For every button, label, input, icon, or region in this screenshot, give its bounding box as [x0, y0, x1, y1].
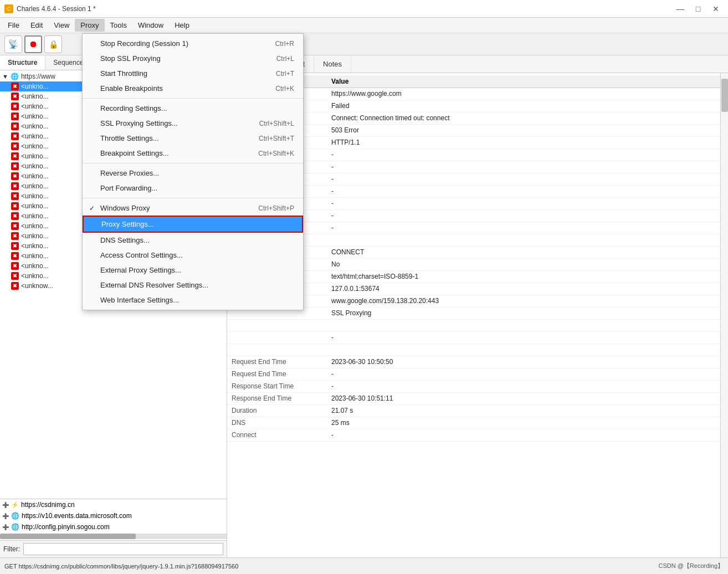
menu-edit[interactable]: Edit	[25, 19, 48, 32]
summary-row: Duration 21.07 s	[227, 405, 720, 417]
menu-stop-ssl[interactable]: Stop SSL Proxying Ctrl+L	[83, 51, 303, 66]
bottom-tree-item-1[interactable]: ➕ ⚡ https://csdnimg.cn	[0, 499, 227, 510]
menu-separator	[83, 163, 303, 163]
summary-val: 21.07 s	[331, 407, 716, 415]
menu-external-proxy[interactable]: External Proxy Settings...	[83, 263, 303, 278]
summary-row: -	[227, 332, 720, 344]
shortcut-label: Ctrl+L	[276, 55, 294, 63]
lock-button[interactable]: 🔒	[44, 35, 62, 53]
summary-val: -	[331, 199, 716, 208]
summary-key	[232, 334, 331, 342]
filter-bar: Filter:	[0, 540, 227, 557]
tab-structure[interactable]: Structure	[0, 55, 45, 70]
tree-item-label: <unkno...	[21, 242, 49, 250]
record-button[interactable]: ⏺	[24, 35, 42, 53]
summary-val: -	[331, 370, 716, 378]
globe-icon: 🌐	[11, 512, 19, 520]
summary-val: Connect: Connection timed out: connect	[331, 114, 716, 122]
tree-item-label: <unkno...	[21, 132, 49, 140]
title-bar-left: C Charles 4.6.4 - Session 1 *	[4, 4, 96, 13]
tree-item-label: <unkno...	[21, 212, 49, 220]
bottom-item-label: https://v10.events.data.microsoft.com	[22, 512, 132, 520]
tree-item-label: <unkno...	[21, 162, 49, 170]
shortcut-label: Ctrl+R	[275, 40, 294, 48]
menu-recording-settings[interactable]: Recording Settings...	[83, 101, 303, 116]
error-badge: ✖	[11, 252, 19, 260]
menu-ssl-proxying-settings[interactable]: SSL Proxying Settings... Ctrl+Shift+L	[83, 116, 303, 131]
tree-item-label: <unkno...	[21, 83, 49, 90]
summary-val: 503 Error	[331, 126, 716, 135]
summary-val	[331, 346, 716, 354]
menu-item-label: Proxy Settings...	[101, 220, 154, 228]
summary-key: Duration	[232, 407, 331, 415]
menu-windows-proxy[interactable]: ✓ Windows Proxy Ctrl+Shift+P	[83, 201, 303, 216]
menu-item-label: Start Throttling	[100, 69, 147, 78]
close-button[interactable]: ✕	[708, 3, 724, 15]
title-bar-controls: — □ ✕	[673, 3, 724, 15]
summary-val: -	[331, 151, 716, 159]
menu-window[interactable]: Window	[132, 19, 169, 32]
summary-key: Response Start Time	[232, 382, 331, 391]
tree-item-label: <unkno...	[21, 102, 49, 110]
menu-proxy-settings[interactable]: Proxy Settings...	[83, 216, 303, 233]
error-badge: ✖	[11, 182, 19, 190]
summary-key: Request End Time	[232, 370, 331, 378]
menu-separator	[83, 98, 303, 99]
antenna-button[interactable]: 📡	[4, 35, 22, 53]
error-badge: ✖	[11, 232, 19, 240]
maximize-button[interactable]: □	[690, 3, 706, 15]
summary-val: www.google.com/159.138.20.20:443	[331, 297, 716, 305]
window-title: Charles 4.6.4 - Session 1 *	[17, 5, 96, 13]
menu-separator	[83, 198, 303, 198]
summary-val: -	[331, 382, 716, 391]
summary-key	[232, 309, 331, 317]
menu-enable-breakpoints[interactable]: Enable Breakpoints Ctrl+K	[83, 81, 303, 96]
menu-reverse-proxies[interactable]: Reverse Proxies...	[83, 166, 303, 181]
scrollbar-thumb	[0, 534, 136, 539]
summary-row: Request End Time -	[227, 368, 720, 381]
horizontal-scrollbar[interactable]	[0, 534, 227, 539]
menu-web-interface[interactable]: Web Interface Settings...	[83, 293, 303, 308]
error-badge: ✖	[11, 142, 19, 150]
filter-input[interactable]	[23, 543, 223, 555]
error-badge: ✖	[11, 172, 19, 180]
menu-port-forwarding[interactable]: Port Forwarding...	[83, 181, 303, 196]
minimize-button[interactable]: —	[673, 3, 688, 15]
error-badge: ✖	[11, 262, 19, 270]
bottom-tree-item-2[interactable]: ➕ 🌐 https://v10.events.data.microsoft.co…	[0, 510, 227, 521]
menu-access-control[interactable]: Access Control Settings...	[83, 248, 303, 263]
bottom-tree-item-3[interactable]: ➕ 🌐 http://config.pinyin.sogou.com	[0, 521, 227, 532]
menu-item-label: External DNS Resolver Settings...	[100, 281, 208, 289]
filter-label: Filter:	[3, 545, 20, 553]
menu-view[interactable]: View	[48, 19, 75, 32]
error-badge: ✖	[11, 162, 19, 170]
shortcut-label: Ctrl+K	[275, 85, 294, 93]
app-icon: C	[4, 4, 13, 13]
summary-val: -	[331, 175, 716, 183]
error-badge: ✖	[11, 102, 19, 110]
menu-proxy[interactable]: Proxy	[75, 19, 104, 32]
error-badge: ✖	[11, 192, 19, 200]
menu-file[interactable]: File	[2, 19, 25, 32]
summary-val: -	[331, 212, 716, 220]
tree-item-label: <unkno...	[21, 222, 49, 230]
vertical-scrollbar[interactable]	[720, 73, 728, 557]
tree-item-label: <unkno...	[21, 232, 49, 240]
summary-key: Request End Time	[232, 358, 331, 366]
error-badge: ✖	[11, 222, 19, 230]
menu-breakpoint-settings[interactable]: Breakpoint Settings... Ctrl+Shift+K	[83, 146, 303, 161]
menu-tools[interactable]: Tools	[105, 19, 132, 32]
status-bar: GET https://csdnimg.cn/public/common/lib…	[0, 557, 728, 574]
menu-throttle-settings[interactable]: Throttle Settings... Ctrl+Shift+T	[83, 131, 303, 146]
menu-dns-settings[interactable]: DNS Settings...	[83, 233, 303, 248]
error-badge: ✖	[11, 282, 19, 290]
menu-external-dns[interactable]: External DNS Resolver Settings...	[83, 278, 303, 293]
menu-stop-recording[interactable]: Stop Recording (Session 1) Ctrl+R	[83, 36, 303, 51]
menu-help[interactable]: Help	[169, 19, 195, 32]
menu-start-throttling[interactable]: Start Throttling Ctrl+T	[83, 66, 303, 81]
menu-item-label: DNS Settings...	[100, 236, 150, 244]
proxy-dropdown-menu: Stop Recording (Session 1) Ctrl+R Stop S…	[82, 33, 304, 310]
tree-item-label: <unkno...	[21, 172, 49, 180]
tab-notes[interactable]: Notes	[314, 57, 351, 73]
summary-row: Connect -	[227, 429, 720, 442]
